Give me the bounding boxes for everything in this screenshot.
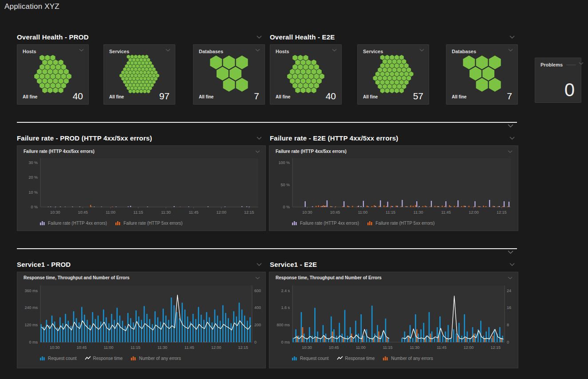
chevron-down-icon[interactable] xyxy=(509,35,515,39)
hexagon xyxy=(145,67,149,71)
legend-item-response-time[interactable]: Response time xyxy=(337,356,375,361)
tile-hosts-e2e[interactable]: Hosts All fine 40 xyxy=(270,44,342,105)
chart-tile-service-prod[interactable]: Response time, Throughput and Number of … xyxy=(17,272,266,368)
legend-item-failure-rate-http-4xx-errors-[interactable]: Failure rate (HTTP 4xx errors) xyxy=(39,220,107,226)
hexagon xyxy=(303,55,308,61)
legend-item-request-count[interactable]: Request count xyxy=(292,356,329,361)
hexagon xyxy=(395,63,399,68)
hexagon xyxy=(138,86,141,90)
hexagon xyxy=(127,86,130,90)
hexagon xyxy=(314,74,319,79)
hexagon xyxy=(136,77,139,81)
chevron-down-icon[interactable] xyxy=(508,150,513,153)
tile-databases-prod[interactable]: Databases All fine 7 xyxy=(193,44,265,105)
chevron-down-icon[interactable] xyxy=(255,49,260,51)
svg-text:11:15: 11:15 xyxy=(130,345,140,350)
hexagon xyxy=(134,86,138,90)
hexagon xyxy=(149,80,152,84)
hexagon xyxy=(292,55,297,61)
chevron-down-icon[interactable] xyxy=(509,137,515,140)
hexagon xyxy=(47,59,52,65)
chevron-down-icon[interactable] xyxy=(508,277,513,279)
hexagon xyxy=(387,59,392,64)
tile-databases-e2e[interactable]: Databases All fine 7 xyxy=(446,44,518,105)
hexagon xyxy=(298,74,303,79)
hexagon xyxy=(34,74,39,79)
hexagon xyxy=(154,70,158,74)
chevron-down-icon[interactable] xyxy=(419,49,424,51)
entity-count: 40 xyxy=(73,91,83,102)
bar-series-icon xyxy=(115,220,121,226)
hexagon xyxy=(476,78,488,92)
hexagon xyxy=(390,80,394,85)
hexagon xyxy=(392,67,397,72)
hexagon xyxy=(303,64,308,70)
tile-hosts-prod[interactable]: Hosts All fine 40 xyxy=(17,44,89,105)
legend-item-failure-rate-http-5xx-errors-[interactable]: Failure rate (HTTP 5xx errors) xyxy=(367,220,434,226)
hexagon xyxy=(397,76,402,81)
hexagon xyxy=(399,63,404,68)
hexagon xyxy=(404,80,409,85)
hexagon xyxy=(132,83,136,87)
hexagon xyxy=(123,80,126,84)
chevron-down-icon[interactable] xyxy=(509,263,515,266)
hexagon xyxy=(392,59,397,64)
svg-text:11:30: 11:30 xyxy=(414,210,423,215)
hexagon xyxy=(134,80,138,84)
dashboard: Application XYZ Overall Health - PROD Ov… xyxy=(0,0,588,379)
bar-series-icon xyxy=(39,356,46,361)
hexagon xyxy=(130,61,134,65)
chevron-down-icon[interactable] xyxy=(166,49,170,51)
hexagon xyxy=(390,55,394,60)
tile-services-e2e[interactable]: Services All fine 57 xyxy=(357,44,429,105)
legend-item-number-of-any-errors[interactable]: Number of any errors xyxy=(383,356,433,361)
tile-services-prod[interactable]: Services All fine 97 xyxy=(103,44,175,105)
hexagon xyxy=(59,78,63,84)
svg-text:1.6 s: 1.6 s xyxy=(281,305,290,310)
chart-tile-service-e2e[interactable]: Response time, Throughput and Number of … xyxy=(269,272,518,368)
hexagon xyxy=(300,59,305,65)
chart-title: Response time, Throughput and Number of … xyxy=(24,275,130,280)
chart-tile-failure-prod[interactable]: Failure rate (HTTP 4xx/5xx errors) 30 %2… xyxy=(17,145,266,231)
hexagon xyxy=(385,71,390,76)
hexagon xyxy=(42,69,47,74)
chevron-down-icon[interactable] xyxy=(579,62,584,65)
collapse-chevron-icon[interactable] xyxy=(508,250,513,254)
hexagon xyxy=(145,80,149,84)
hexagon xyxy=(125,64,129,68)
status-text: All fine xyxy=(199,94,213,99)
svg-text:11:00: 11:00 xyxy=(104,345,114,350)
status-text: All fine xyxy=(23,94,37,99)
legend-item-failure-rate-http-4xx-errors-[interactable]: Failure rate (HTTP 4xx errors) xyxy=(292,220,359,226)
legend-item-number-of-any-errors[interactable]: Number of any errors xyxy=(130,356,181,361)
chevron-down-icon[interactable] xyxy=(257,137,262,140)
chevron-down-icon[interactable] xyxy=(79,49,84,51)
svg-text:20 %: 20 % xyxy=(28,175,38,180)
tile-problems[interactable]: Problems 0 xyxy=(535,58,581,103)
svg-text:0: 0 xyxy=(254,340,257,344)
hexagon xyxy=(139,77,143,81)
chevron-down-icon[interactable] xyxy=(257,35,262,39)
hexagon xyxy=(383,67,387,72)
hexagon xyxy=(320,74,324,79)
chevron-down-icon[interactable] xyxy=(255,150,260,153)
chart-tile-failure-e2e[interactable]: Failure rate (HTTP 4xx/5xx errors) 100 %… xyxy=(269,145,518,231)
hexagon xyxy=(387,67,392,72)
service-metrics-chart: 2.4 s1.6 s800 ms0 ms24168010:3010:4511:0… xyxy=(269,281,518,352)
hexagon xyxy=(139,70,143,74)
legend-item-failure-rate-http-5xx-errors-[interactable]: Failure rate (HTTP 5xx errors) xyxy=(115,220,182,226)
hexagon xyxy=(397,67,402,72)
svg-text:100 %: 100 % xyxy=(278,160,290,165)
hexagon xyxy=(56,83,61,89)
chevron-down-icon[interactable] xyxy=(508,49,513,51)
hexagon xyxy=(402,76,406,81)
legend-item-request-count[interactable]: Request count xyxy=(39,356,77,361)
chevron-down-icon[interactable] xyxy=(255,277,260,279)
hexagon xyxy=(145,61,149,65)
hexagon xyxy=(378,67,382,72)
bar-series-icon xyxy=(383,356,389,361)
legend-item-response-time[interactable]: Response time xyxy=(85,356,123,361)
chevron-down-icon[interactable] xyxy=(332,49,337,51)
collapse-chevron-icon[interactable] xyxy=(508,124,513,128)
chevron-down-icon[interactable] xyxy=(257,263,262,266)
